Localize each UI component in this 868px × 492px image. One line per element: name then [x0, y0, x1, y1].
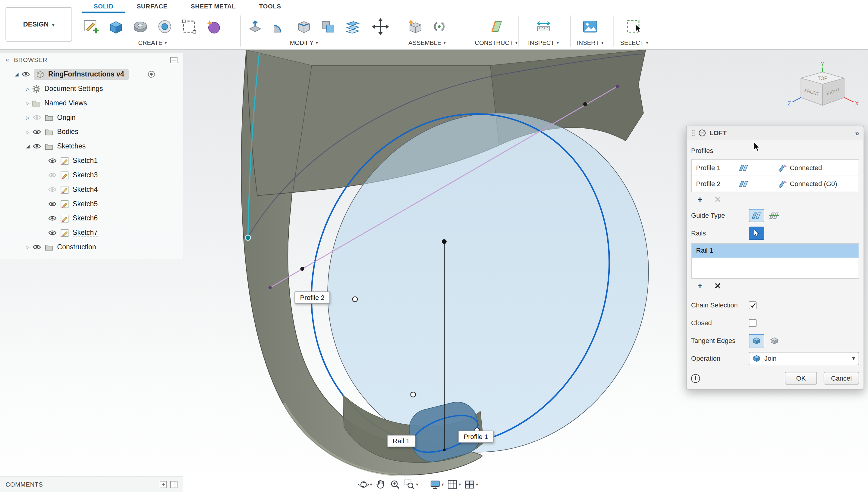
expand-arrow-icon[interactable]: ◢: [23, 144, 32, 149]
inspect-group-label[interactable]: INSPECT: [528, 40, 559, 46]
extrude-button[interactable]: [105, 16, 127, 38]
chain-selection-checkbox[interactable]: [749, 301, 756, 309]
browser-item-bodies[interactable]: ▷ Bodies: [0, 125, 183, 139]
browser-item-construction[interactable]: ▷ Construction: [0, 240, 183, 254]
joint-button[interactable]: [428, 16, 451, 38]
construction-plane-button[interactable]: [485, 16, 507, 38]
visibility-eye-icon[interactable]: [48, 229, 57, 236]
closed-checkbox[interactable]: [749, 319, 756, 327]
browser-item-document-settings[interactable]: ▷ Document Settings: [0, 81, 183, 96]
tangent-edges-on-button[interactable]: [749, 334, 764, 347]
visibility-eye-icon[interactable]: [48, 172, 57, 178]
guide-type-centerline-button[interactable]: [767, 209, 782, 222]
drag-grip-icon[interactable]: [691, 129, 695, 137]
tab-solid[interactable]: SOLID: [82, 0, 125, 13]
visibility-eye-icon[interactable]: [32, 244, 42, 250]
browser-item-sketch5[interactable]: Sketch5: [0, 197, 183, 211]
visibility-eye-icon[interactable]: [32, 128, 42, 135]
offset-face-button[interactable]: [342, 16, 364, 38]
zoom-button[interactable]: [390, 478, 401, 490]
visibility-eye-icon[interactable]: [48, 200, 57, 207]
profile-row-1[interactable]: Profile 1 Connected: [692, 159, 859, 175]
form-button[interactable]: [203, 16, 225, 38]
fillet-button[interactable]: [268, 16, 291, 38]
expand-arrow-icon[interactable]: ▷: [23, 115, 32, 120]
insert-group-label[interactable]: INSERT: [577, 40, 604, 46]
select-group-label[interactable]: SELECT: [620, 40, 648, 46]
grid-snap-button[interactable]: ▾: [447, 478, 461, 490]
measure-button[interactable]: [532, 16, 555, 38]
add-profile-button[interactable]: +: [696, 195, 704, 204]
expand-arrow-icon[interactable]: ▷: [23, 129, 32, 134]
view-cube[interactable]: Y TOP FRONT RIGHT X Z: [786, 61, 861, 116]
insert-canvas-button[interactable]: [579, 16, 601, 38]
remove-rail-button[interactable]: ✕: [713, 281, 722, 290]
browser-item-sketch7[interactable]: Sketch7: [0, 225, 183, 240]
comments-bar[interactable]: COMMENTS: [0, 476, 183, 492]
tab-sheet-metal[interactable]: SHEET METAL: [179, 0, 248, 13]
browser-item-root[interactable]: ◢ RingForInstructions v4: [0, 67, 183, 81]
expand-arrow-icon[interactable]: ▷: [23, 245, 32, 250]
tab-surface[interactable]: SURFACE: [125, 0, 179, 13]
operation-dropdown[interactable]: Join ▼: [749, 352, 859, 365]
tangent-edges-off-button[interactable]: [767, 334, 782, 347]
create-group-label[interactable]: CREATE: [138, 40, 167, 46]
remove-profile-button[interactable]: ✕: [713, 195, 722, 204]
add-comment-icon[interactable]: [160, 481, 167, 488]
construct-group-label[interactable]: CONSTRUCT: [475, 40, 517, 46]
browser-item-sketch1[interactable]: Sketch1: [0, 153, 183, 168]
expand-panel-icon[interactable]: [170, 481, 178, 488]
expand-arrow-icon[interactable]: ▷: [23, 101, 32, 106]
pan-button[interactable]: [375, 478, 387, 490]
display-settings-button[interactable]: ▾: [429, 478, 444, 490]
browser-item-sketches[interactable]: ◢ Sketches: [0, 139, 183, 153]
cancel-button[interactable]: Cancel: [824, 372, 859, 385]
visibility-eye-icon[interactable]: [48, 215, 57, 222]
box-button[interactable]: [178, 16, 201, 38]
visibility-eye-icon[interactable]: [32, 143, 42, 150]
new-component-button[interactable]: [404, 16, 426, 38]
combine-button[interactable]: [318, 16, 340, 38]
collapse-browser-icon[interactable]: «: [5, 56, 9, 64]
active-component-radio[interactable]: [148, 71, 156, 78]
create-sketch-button[interactable]: [80, 16, 103, 38]
assemble-group-label[interactable]: ASSEMBLE: [408, 40, 446, 46]
dock-dialog-icon[interactable]: »: [855, 129, 859, 137]
dropdown-caret-icon[interactable]: ▾: [442, 482, 444, 487]
dropdown-caret-icon[interactable]: ▾: [416, 482, 418, 487]
visibility-eye-icon[interactable]: [48, 186, 57, 193]
browser-item-origin[interactable]: ▷ Origin: [0, 110, 183, 125]
shell-button[interactable]: [293, 16, 315, 38]
browser-menu-icon[interactable]: [170, 57, 178, 63]
select-button[interactable]: [623, 16, 645, 38]
visibility-eye-icon[interactable]: [21, 71, 30, 78]
browser-item-sketch4[interactable]: Sketch4: [0, 182, 183, 197]
modify-group-label[interactable]: MODIFY: [290, 40, 318, 46]
add-rail-button[interactable]: +: [696, 281, 704, 290]
viewports-button[interactable]: ▾: [464, 478, 478, 490]
revolve-button[interactable]: [129, 16, 151, 38]
browser-item-named-views[interactable]: ▷ Named Views: [0, 96, 183, 110]
visibility-eye-icon[interactable]: [48, 157, 57, 164]
expand-arrow-icon[interactable]: ▷: [23, 86, 32, 91]
collapse-section-icon[interactable]: [698, 129, 706, 137]
press-pull-button[interactable]: [244, 16, 266, 38]
dropdown-caret-icon[interactable]: ▾: [476, 482, 478, 487]
zoom-window-button[interactable]: ▾: [404, 478, 418, 490]
visibility-eye-icon[interactable]: [32, 114, 42, 121]
info-icon[interactable]: i: [691, 374, 700, 383]
guide-type-rails-button[interactable]: [749, 209, 764, 222]
browser-item-sketch3[interactable]: Sketch3: [0, 168, 183, 182]
profile-row-2[interactable]: Profile 2 Connected (G0): [692, 175, 859, 192]
rail-list-item[interactable]: Rail 1: [692, 244, 859, 258]
dropdown-caret-icon[interactable]: ▾: [459, 482, 461, 487]
design-workspace-menu[interactable]: DESIGN: [5, 7, 72, 42]
rails-select-button[interactable]: [749, 227, 764, 240]
dropdown-caret-icon[interactable]: ▾: [370, 482, 372, 487]
ok-button[interactable]: OK: [785, 372, 817, 385]
sweep-button[interactable]: [154, 16, 176, 38]
move-copy-button[interactable]: [370, 16, 392, 38]
tab-tools[interactable]: TOOLS: [248, 0, 292, 13]
browser-item-sketch6[interactable]: Sketch6: [0, 211, 183, 225]
orbit-button[interactable]: ▾: [358, 478, 372, 490]
